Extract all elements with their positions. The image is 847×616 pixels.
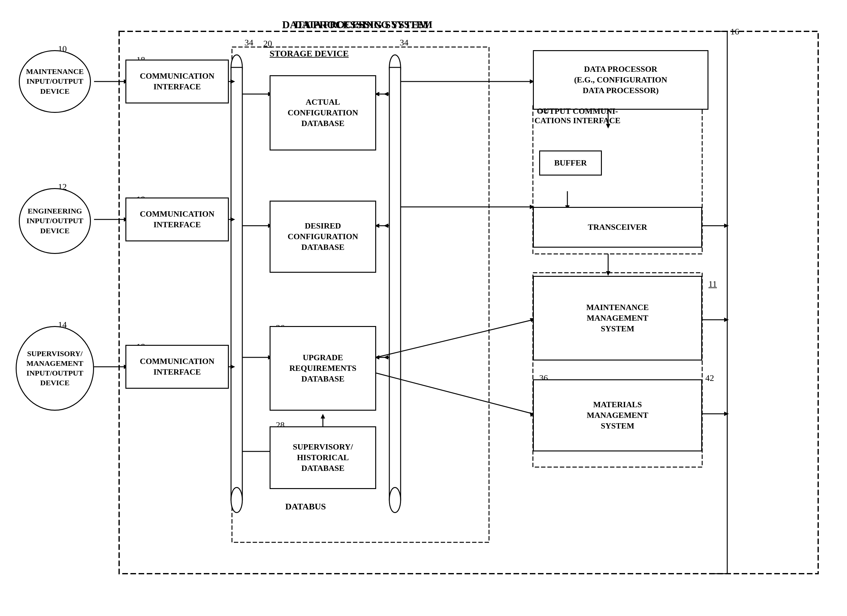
- svg-marker-30: [384, 92, 388, 96]
- ref-11: 11: [708, 279, 717, 289]
- maintenance-io-device: MAINTENANCE INPUT/OUTPUT DEVICE: [19, 50, 91, 113]
- ref-20: 20: [263, 38, 272, 49]
- supervisory-io-device: SUPERVISORY/ MANAGEMENT INPUT/OUTPUT DEV…: [16, 326, 94, 411]
- svg-rect-5: [231, 67, 242, 500]
- comm-interface-1: COMMUNICATION INTERFACE: [125, 59, 229, 103]
- svg-marker-44: [606, 271, 610, 276]
- svg-rect-0: [119, 31, 818, 574]
- databus-label: DATABUS: [285, 502, 326, 512]
- actual-config-db: ACTUAL CONFIGURATION DATABASE: [270, 75, 376, 151]
- svg-line-45: [376, 320, 533, 357]
- supervisory-hist-db: SUPERVISORY/ HISTORICAL DATABASE: [270, 426, 376, 489]
- svg-marker-17: [230, 217, 235, 222]
- svg-marker-34: [384, 355, 388, 360]
- comm-interface-2: COMMUNICATION INTERFACE: [125, 198, 229, 241]
- svg-line-47: [376, 373, 533, 414]
- svg-marker-32: [384, 223, 388, 228]
- comm-interface-3: COMMUNICATION INTERFACE: [125, 345, 229, 389]
- data-processor: DATA PROCESSOR (E.G., CONFIGURATION DATA…: [533, 50, 708, 110]
- svg-marker-63: [724, 412, 729, 416]
- ref-16: 16: [730, 27, 739, 37]
- svg-rect-8: [390, 67, 401, 500]
- svg-point-9: [390, 487, 401, 513]
- svg-marker-59: [724, 223, 729, 228]
- svg-marker-21: [230, 365, 235, 369]
- svg-marker-53: [321, 414, 325, 418]
- buffer-box: BUFFER: [539, 151, 602, 176]
- storage-device-label: STORAGE DEVICE: [270, 49, 348, 59]
- svg-point-4: [231, 55, 242, 80]
- svg-point-6: [231, 487, 242, 513]
- maintenance-mgmt-system: MAINTENANCE MANAGEMENT SYSTEM: [533, 276, 702, 360]
- ref-42: 42: [705, 373, 714, 383]
- desired-config-db: DESIRED CONFIGURATION DATABASE: [270, 201, 376, 273]
- engineering-io-device: ENGINEERING INPUT/OUTPUT DEVICE: [19, 188, 91, 254]
- transceiver-box: TRANSCEIVER: [533, 207, 702, 248]
- svg-point-7: [390, 55, 401, 80]
- output-comm-interface-label: OUTPUT COMMUNI-CATIONS INTERFACE: [534, 106, 620, 126]
- materials-mgmt-system: MATERIALS MANAGEMENT SYSTEM: [533, 379, 702, 451]
- svg-marker-13: [230, 79, 235, 84]
- dps-title: DATA PROCESSING SYSTEM: [282, 19, 428, 31]
- upgrade-req-db: UPGRADE REQUIREMENTS DATABASE: [270, 326, 376, 411]
- ref-34-2: 34: [400, 38, 409, 48]
- ref-34-1: 34: [245, 38, 253, 48]
- diagram-container: DATA PROCESSING SYSTEM 16 10 12 14 18 18…: [13, 13, 834, 602]
- svg-marker-61: [724, 318, 729, 322]
